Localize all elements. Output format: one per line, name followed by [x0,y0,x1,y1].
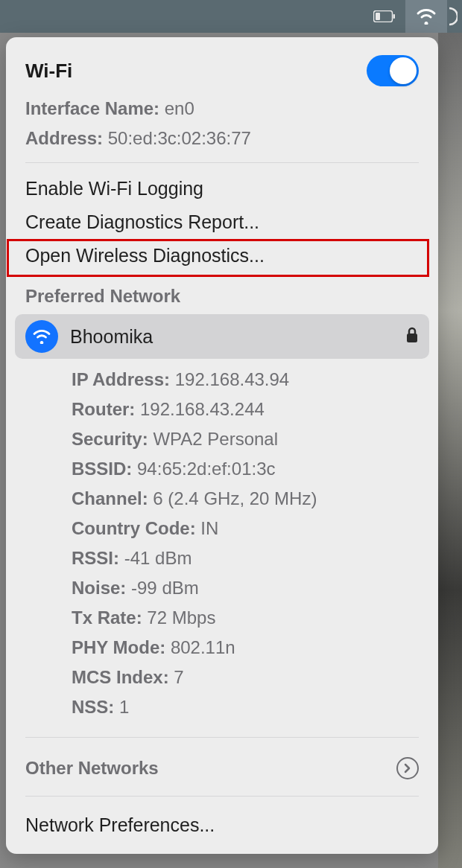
network-preferences[interactable]: Network Preferences... [6,805,438,854]
menubar [0,0,462,33]
divider [25,162,419,163]
detail-bssid: BSSID: 94:65:2d:ef:01:3c [6,454,438,484]
detail-mcs-index: MCS Index: 7 [6,663,438,692]
wifi-icon [25,320,58,353]
enable-wifi-logging[interactable]: Enable Wi-Fi Logging [6,172,438,205]
address-label: Address: [25,128,103,148]
detail-rssi: RSSI: -41 dBm [6,543,438,573]
interface-name-line: Interface Name: en0 [6,94,438,124]
preferred-network-heading: Preferred Network [6,272,438,314]
control-center-icon[interactable] [447,0,462,33]
interface-name-label: Interface Name: [25,98,159,118]
wifi-panel: Wi-Fi Interface Name: en0 Address: 50:ed… [6,37,438,854]
preferred-network-row[interactable]: Bhoomika [15,314,429,359]
open-wireless-diagnostics[interactable]: Open Wireless Diagnostics... [6,239,438,272]
wifi-menubar-icon[interactable] [405,0,447,33]
detail-noise: Noise: -99 dBm [6,573,438,603]
toggle-knob [390,57,417,84]
network-name: Bhoomika [70,326,393,348]
detail-channel: Channel: 6 (2.4 GHz, 20 MHz) [6,484,438,514]
detail-router: Router: 192.168.43.244 [6,395,438,424]
lock-icon [405,327,419,346]
divider [25,737,419,738]
detail-ip-address: IP Address: 192.168.43.94 [6,365,438,395]
detail-nss: NSS: 1 [6,692,438,722]
other-networks-label: Other Networks [25,758,159,779]
network-details: IP Address: 192.168.43.94 Router: 192.16… [6,359,438,728]
panel-title: Wi-Fi [25,60,72,83]
desktop-background [438,33,462,868]
detail-security: Security: WPA2 Personal [6,424,438,454]
create-diagnostics-report[interactable]: Create Diagnostics Report... [6,205,438,239]
wifi-toggle[interactable] [367,55,419,86]
address-value: 50:ed:3c:02:36:77 [108,128,251,148]
divider [25,796,419,797]
svg-rect-2 [376,13,380,20]
detail-country-code: Country Code: IN [6,514,438,543]
chevron-right-icon [396,757,419,779]
other-networks-row[interactable]: Other Networks [6,747,438,787]
battery-status-icon[interactable] [364,0,405,33]
interface-name-value: en0 [165,98,194,118]
detail-tx-rate: Tx Rate: 72 Mbps [6,603,438,633]
svg-rect-3 [407,334,417,342]
svg-rect-1 [393,14,396,19]
detail-phy-mode: PHY Mode: 802.11n [6,633,438,663]
address-line: Address: 50:ed:3c:02:36:77 [6,124,438,153]
